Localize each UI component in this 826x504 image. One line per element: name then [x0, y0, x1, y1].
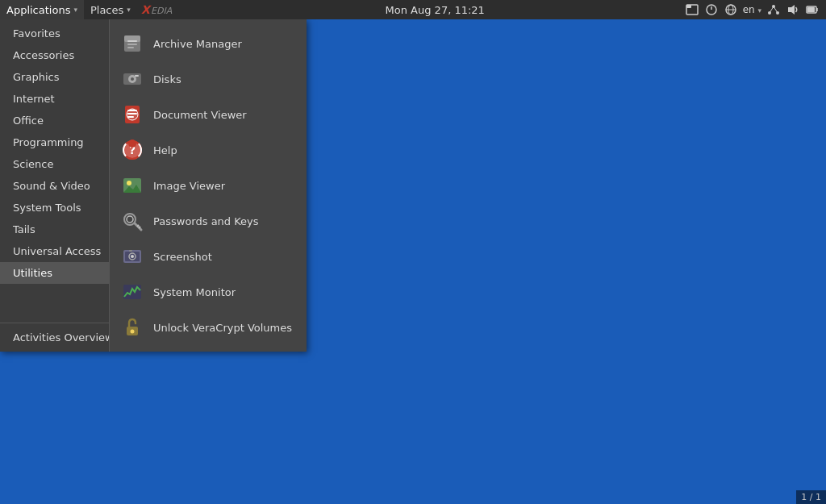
- svg-rect-23: [127, 47, 134, 48]
- panel-item-image-viewer[interactable]: Image Viewer: [110, 168, 307, 203]
- passwords-icon: [119, 208, 145, 234]
- sidebar-item-science[interactable]: Science: [0, 153, 109, 175]
- sidebar-item-activities[interactable]: Activities Overview: [0, 327, 109, 348]
- svg-line-46: [139, 227, 140, 228]
- help-icon: ?: [119, 137, 145, 163]
- power-icon[interactable]: [704, 2, 719, 17]
- topbar-right-icons: en ▾: [685, 2, 826, 17]
- document-viewer-icon: [119, 102, 145, 127]
- svg-rect-52: [123, 285, 141, 299]
- panel-item-passwords-keys[interactable]: Passwords and Keys: [110, 203, 307, 239]
- image-viewer-icon: [119, 173, 145, 198]
- svg-rect-16: [807, 7, 815, 12]
- sidebar-item-programming[interactable]: Programming: [0, 131, 109, 153]
- sidebar-item-system-tools[interactable]: System Tools: [0, 197, 109, 219]
- utilities-panel: Archive Manager Disks: [109, 19, 307, 352]
- document-viewer-label: Document Viewer: [153, 109, 247, 121]
- battery-icon[interactable]: [805, 2, 820, 17]
- files-icon[interactable]: [685, 2, 699, 17]
- screenshot-label: Screenshot: [153, 251, 212, 263]
- topbar: Applications ▾ Places ▾ X EDIA Mon Aug 2…: [0, 0, 826, 19]
- panel-item-system-monitor[interactable]: System Monitor: [110, 274, 307, 310]
- menu-sidebar: Favorites Accessories Graphics Internet …: [0, 19, 109, 352]
- svg-point-50: [131, 255, 134, 258]
- sidebar-item-sound-video[interactable]: Sound & Video: [0, 175, 109, 197]
- svg-rect-21: [127, 40, 137, 42]
- language-selector[interactable]: en ▾: [743, 4, 761, 15]
- svg-line-12: [770, 6, 774, 13]
- system-monitor-icon: [119, 279, 145, 305]
- disks-icon: [119, 66, 145, 92]
- sidebar-item-internet[interactable]: Internet: [0, 88, 109, 110]
- passwords-keys-label: Passwords and Keys: [153, 215, 259, 227]
- unlock-veracrypt-icon: [119, 314, 145, 340]
- svg-point-32: [127, 109, 138, 120]
- panel-item-help[interactable]: ? Help: [110, 132, 307, 168]
- panel-item-disks[interactable]: Disks: [110, 61, 307, 97]
- places-dropdown-arrow: ▾: [127, 6, 131, 14]
- sidebar-item-universal-access[interactable]: Universal Access: [0, 240, 109, 262]
- places-menu-button[interactable]: Places ▾: [84, 0, 137, 19]
- disks-label: Disks: [153, 73, 181, 85]
- svg-rect-51: [129, 250, 132, 252]
- panel-item-document-viewer[interactable]: Document Viewer: [110, 97, 307, 132]
- network-connections-icon[interactable]: [766, 2, 781, 17]
- sidebar-item-office[interactable]: Office: [0, 110, 109, 131]
- sidebar-item-utilities[interactable]: Utilities: [0, 262, 109, 284]
- sidebar-bottom: Activities Overview: [0, 323, 109, 348]
- sidebar-item-favorites[interactable]: Favorites: [0, 23, 109, 44]
- applications-label: Applications: [6, 4, 70, 16]
- archive-manager-icon: [119, 31, 145, 56]
- panel-item-screenshot[interactable]: Screenshot: [110, 239, 307, 274]
- svg-rect-27: [135, 75, 139, 77]
- svg-point-43: [127, 216, 133, 223]
- screenshot-icon: [119, 244, 145, 269]
- panel-item-archive-manager[interactable]: Archive Manager: [110, 26, 307, 61]
- svg-line-45: [137, 225, 139, 227]
- svg-point-26: [131, 77, 134, 81]
- svg-rect-3: [686, 5, 691, 8]
- archive-manager-label: Archive Manager: [153, 38, 242, 50]
- svg-point-40: [127, 181, 131, 185]
- places-label: Places: [90, 4, 123, 16]
- applications-menu-button[interactable]: Applications ▾: [0, 0, 84, 19]
- applications-menu: Favorites Accessories Graphics Internet …: [0, 19, 307, 352]
- svg-rect-22: [127, 44, 137, 45]
- volume-icon[interactable]: [786, 2, 800, 17]
- sidebar-item-tails[interactable]: Tails: [0, 219, 109, 240]
- help-label: Help: [153, 144, 177, 156]
- svg-point-54: [131, 330, 135, 334]
- sidebar-item-graphics[interactable]: Graphics: [0, 66, 109, 88]
- panel-item-unlock-veracrypt[interactable]: Unlock VeraCrypt Volumes: [110, 310, 307, 345]
- image-viewer-label: Image Viewer: [153, 180, 225, 192]
- network-icon[interactable]: [724, 2, 738, 17]
- logo-area: X EDIA: [137, 0, 186, 19]
- apps-dropdown-arrow: ▾: [73, 6, 77, 14]
- topbar-datetime: Mon Aug 27, 11:21: [186, 4, 685, 16]
- unlock-veracrypt-label: Unlock VeraCrypt Volumes: [153, 322, 292, 334]
- svg-line-13: [774, 6, 778, 13]
- system-monitor-label: System Monitor: [153, 286, 236, 298]
- page-indicator: 1 / 1: [796, 490, 826, 504]
- sidebar-item-accessories[interactable]: Accessories: [0, 44, 109, 66]
- svg-text:EDIA: EDIA: [151, 6, 173, 16]
- svg-marker-14: [788, 5, 795, 15]
